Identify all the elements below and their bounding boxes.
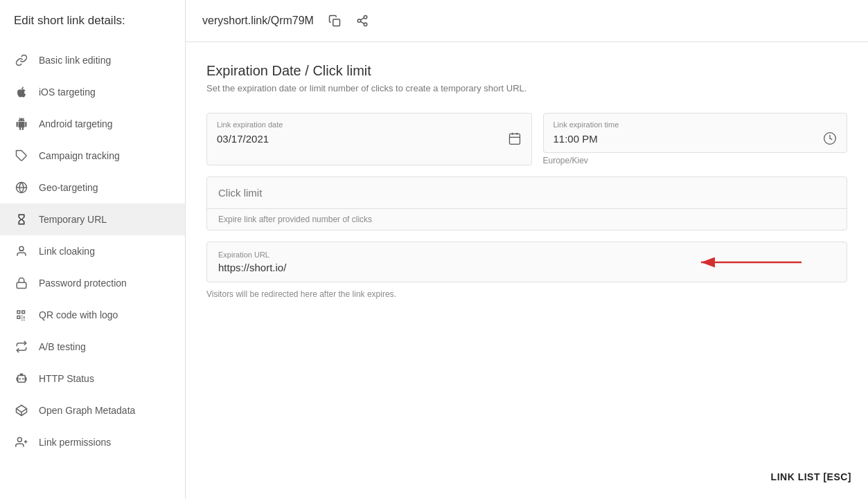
- expiration-url-section[interactable]: Expiration URL https://short.io/: [206, 242, 847, 282]
- sidebar-item-temporary-url[interactable]: Temporary URL: [0, 203, 185, 235]
- sidebar-label-ab-testing: A/B testing: [39, 341, 86, 352]
- copy-button[interactable]: [325, 11, 344, 30]
- sidebar-label-http-status: HTTP Status: [39, 373, 94, 384]
- svg-rect-5: [17, 282, 26, 288]
- timezone-hint: Europe/Kiev: [543, 153, 848, 165]
- click-limit-group: Expire link after provided number of cli…: [206, 176, 847, 230]
- sidebar-item-password-protection[interactable]: Password protection: [0, 267, 185, 299]
- expiration-date-value: 03/17/2021: [217, 133, 269, 145]
- short-url-display: veryshort.link/Qrm79M: [202, 15, 314, 27]
- expiration-time-label: Link expiration time: [553, 120, 838, 129]
- person-badge-icon: [14, 244, 29, 259]
- click-limit-input[interactable]: [218, 187, 835, 199]
- sidebar-item-ios-targeting[interactable]: iOS targeting: [0, 76, 185, 108]
- sidebar-item-qr-code[interactable]: QR code with logo: [0, 299, 185, 331]
- sidebar-label-android-targeting: Android targeting: [39, 118, 113, 129]
- copy-icon: [328, 15, 341, 27]
- arrow-annotation: [694, 252, 805, 273]
- sidebar-label-password-protection: Password protection: [39, 278, 127, 289]
- svg-point-14: [364, 23, 367, 26]
- sidebar-label-ios-targeting: iOS targeting: [39, 87, 96, 98]
- svg-point-8: [17, 437, 21, 442]
- globe-icon: [14, 180, 29, 195]
- sidebar-item-campaign-tracking[interactable]: Campaign tracking: [0, 140, 185, 172]
- sidebar-label-temporary-url: Temporary URL: [39, 214, 107, 225]
- person-add-icon: [14, 435, 29, 450]
- hexagon-icon: [14, 403, 29, 418]
- link-icon: [14, 53, 29, 68]
- sidebar-item-android-targeting[interactable]: Android targeting: [0, 108, 185, 140]
- svg-rect-17: [509, 134, 520, 144]
- share-button[interactable]: [353, 11, 372, 30]
- svg-point-3: [19, 246, 24, 251]
- sidebar-item-http-status[interactable]: HTTP Status: [0, 363, 185, 394]
- sidebar-label-link-cloaking: Link cloaking: [39, 246, 95, 257]
- top-bar-icons: [325, 11, 372, 30]
- sidebar-label-qr-code: QR code with logo: [39, 309, 118, 320]
- section-subtitle: Set the expiration date or limit number …: [206, 83, 847, 93]
- click-limit-row[interactable]: [207, 177, 847, 208]
- hourglass-icon: [14, 212, 29, 227]
- sidebar-item-basic-link-editing[interactable]: Basic link editing: [0, 44, 185, 76]
- section-title: Expiration Date / Click limit: [206, 63, 847, 79]
- lock-icon: [14, 275, 29, 291]
- expiration-time-value-row: 11:00 PM: [553, 131, 838, 145]
- svg-line-15: [360, 21, 364, 24]
- sidebar-item-open-graph[interactable]: Open Graph Metadata: [0, 394, 185, 426]
- calendar-icon: [508, 131, 522, 145]
- main-content: veryshort.link/Qrm79M: [186, 0, 868, 499]
- expiration-url-row: https://short.io/: [218, 262, 835, 273]
- robot-icon: [14, 371, 29, 386]
- expiration-date-value-row: 03/17/2021: [217, 131, 522, 145]
- ab-icon: [14, 339, 29, 354]
- date-time-row: Link expiration date 03/17/2021: [206, 113, 847, 165]
- link-list-button[interactable]: LINK LIST [ESC]: [771, 471, 851, 482]
- sidebar-label-campaign-tracking: Campaign tracking: [39, 150, 120, 161]
- tag-icon: [14, 148, 29, 163]
- expiration-date-field[interactable]: Link expiration date 03/17/2021: [206, 113, 532, 165]
- expire-hint-row: Expire link after provided number of cli…: [207, 208, 847, 230]
- sidebar-item-link-permissions[interactable]: Link permissions: [0, 426, 185, 458]
- qr-icon: [14, 307, 29, 323]
- android-icon: [14, 116, 29, 131]
- expiration-date-label: Link expiration date: [217, 120, 522, 129]
- visitors-hint: Visitors will be redirected here after t…: [206, 289, 847, 299]
- svg-point-13: [357, 19, 361, 23]
- expiration-time-field[interactable]: Link expiration time 11:00 PM: [543, 113, 848, 153]
- svg-point-12: [364, 16, 367, 19]
- top-bar: veryshort.link/Qrm79M: [186, 0, 868, 42]
- time-icon: [823, 131, 837, 145]
- sidebar-item-ab-testing[interactable]: A/B testing: [0, 331, 185, 363]
- sidebar-label-open-graph: Open Graph Metadata: [39, 405, 135, 416]
- red-arrow-svg: [694, 252, 805, 273]
- sidebar-label-link-permissions: Link permissions: [39, 437, 111, 448]
- sidebar-item-link-cloaking[interactable]: Link cloaking: [0, 235, 185, 267]
- svg-rect-11: [333, 19, 340, 26]
- apple-icon: [14, 84, 29, 100]
- share-icon: [356, 15, 369, 27]
- content-area: Expiration Date / Click limit Set the ex…: [186, 42, 868, 499]
- expiration-url-value: https://short.io/: [218, 262, 286, 273]
- sidebar-title: Edit short link details:: [0, 14, 185, 44]
- sidebar-item-geo-targeting[interactable]: Geo-targeting: [0, 172, 185, 203]
- expiration-time-value: 11:00 PM: [553, 133, 598, 145]
- sidebar-label-basic-link-editing: Basic link editing: [39, 55, 111, 66]
- svg-line-16: [360, 18, 364, 20]
- sidebar: Edit short link details: Basic link edit…: [0, 0, 186, 499]
- sidebar-label-geo-targeting: Geo-targeting: [39, 182, 98, 193]
- expire-hint-text: Expire link after provided number of cli…: [218, 215, 372, 224]
